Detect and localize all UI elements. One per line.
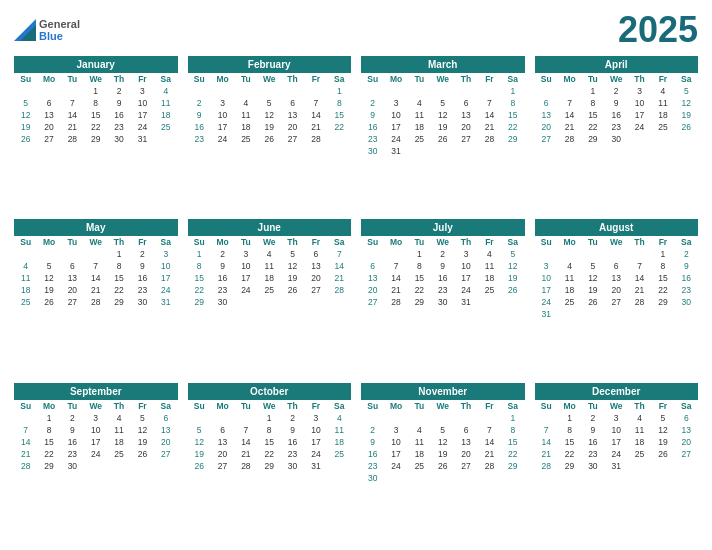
cal-day: 1 <box>651 248 674 260</box>
cal-day: 2 <box>675 248 698 260</box>
month-header-february: February <box>188 56 352 73</box>
cal-table-may: SuMoTuWeThFrSa12345678910111213141516171… <box>14 236 178 308</box>
cal-day: 17 <box>304 436 327 448</box>
day-header: Mo <box>37 236 60 248</box>
cal-day: 29 <box>501 133 524 145</box>
cal-day: 31 <box>384 145 407 157</box>
cal-day: 9 <box>361 436 384 448</box>
cal-day: 11 <box>107 424 130 436</box>
cal-day: 8 <box>258 424 281 436</box>
day-header: Th <box>628 400 651 412</box>
cal-day <box>14 248 37 260</box>
day-header: Sa <box>675 400 698 412</box>
cal-day: 19 <box>431 121 454 133</box>
cal-day: 1 <box>408 248 431 260</box>
cal-day <box>234 412 257 424</box>
cal-day: 29 <box>501 460 524 472</box>
cal-day: 25 <box>628 448 651 460</box>
cal-day <box>84 460 107 472</box>
cal-day: 19 <box>581 284 604 296</box>
cal-day: 31 <box>454 296 477 308</box>
cal-day: 3 <box>131 85 154 97</box>
day-header: Fr <box>131 236 154 248</box>
cal-day: 31 <box>304 460 327 472</box>
cal-day: 8 <box>328 97 351 109</box>
cal-day: 14 <box>384 272 407 284</box>
cal-day: 2 <box>431 248 454 260</box>
cal-day: 26 <box>431 460 454 472</box>
day-header: Fr <box>478 236 501 248</box>
cal-day: 31 <box>131 133 154 145</box>
cal-day: 4 <box>154 85 177 97</box>
cal-day <box>454 145 477 157</box>
cal-day: 3 <box>384 97 407 109</box>
cal-day: 17 <box>211 121 234 133</box>
day-header: Mo <box>211 236 234 248</box>
cal-day: 23 <box>361 460 384 472</box>
cal-day <box>558 308 581 320</box>
cal-day <box>328 296 351 308</box>
cal-day: 5 <box>501 248 524 260</box>
day-header: We <box>605 236 628 248</box>
cal-day: 30 <box>675 296 698 308</box>
day-header: Mo <box>558 73 581 85</box>
cal-day: 10 <box>84 424 107 436</box>
cal-day: 27 <box>37 133 60 145</box>
cal-day <box>478 85 501 97</box>
cal-day: 4 <box>408 97 431 109</box>
cal-day: 21 <box>14 448 37 460</box>
cal-day: 30 <box>431 296 454 308</box>
cal-day: 3 <box>211 97 234 109</box>
cal-day: 14 <box>478 109 501 121</box>
cal-day: 29 <box>188 296 211 308</box>
cal-day: 12 <box>14 109 37 121</box>
day-header: We <box>258 73 281 85</box>
cal-day: 21 <box>478 448 501 460</box>
day-header: Mo <box>558 400 581 412</box>
cal-day: 26 <box>258 133 281 145</box>
day-header: Sa <box>154 400 177 412</box>
cal-day: 8 <box>501 97 524 109</box>
day-header: Th <box>628 73 651 85</box>
cal-day: 13 <box>675 424 698 436</box>
cal-day: 18 <box>234 121 257 133</box>
cal-day: 9 <box>361 109 384 121</box>
day-header: Sa <box>501 400 524 412</box>
cal-table-july: SuMoTuWeThFrSa12345678910111213141516171… <box>361 236 525 308</box>
cal-day: 8 <box>107 260 130 272</box>
cal-day: 20 <box>61 284 84 296</box>
cal-day: 17 <box>384 121 407 133</box>
day-header: Mo <box>384 73 407 85</box>
cal-day: 19 <box>14 121 37 133</box>
cal-day <box>501 296 524 308</box>
day-header: Fr <box>478 73 501 85</box>
cal-day <box>304 85 327 97</box>
cal-day: 6 <box>605 260 628 272</box>
cal-day: 9 <box>281 424 304 436</box>
day-header: Sa <box>675 236 698 248</box>
cal-day: 17 <box>535 284 558 296</box>
cal-day: 8 <box>558 424 581 436</box>
cal-day: 18 <box>14 284 37 296</box>
cal-day: 26 <box>281 284 304 296</box>
cal-day: 14 <box>478 436 501 448</box>
cal-day: 28 <box>84 296 107 308</box>
cal-day <box>501 472 524 484</box>
day-header: We <box>258 236 281 248</box>
cal-day: 23 <box>61 448 84 460</box>
cal-day: 19 <box>37 284 60 296</box>
day-header: Fr <box>304 236 327 248</box>
day-header: We <box>84 73 107 85</box>
cal-day: 11 <box>408 109 431 121</box>
cal-day: 9 <box>581 424 604 436</box>
cal-day: 24 <box>535 296 558 308</box>
cal-day: 26 <box>37 296 60 308</box>
cal-table-october: SuMoTuWeThFrSa12345678910111213141516171… <box>188 400 352 472</box>
cal-day: 1 <box>581 85 604 97</box>
month-header-june: June <box>188 219 352 236</box>
logo-blue: Blue <box>39 30 80 42</box>
cal-day: 3 <box>628 85 651 97</box>
cal-day: 28 <box>478 133 501 145</box>
cal-day: 25 <box>107 448 130 460</box>
cal-day: 10 <box>454 260 477 272</box>
